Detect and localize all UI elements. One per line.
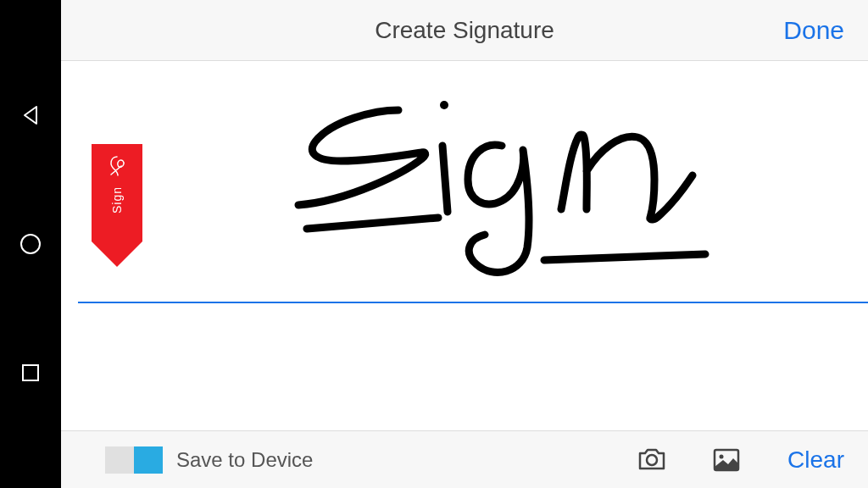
home-button[interactable] xyxy=(17,230,44,258)
save-to-device-toggle[interactable]: Save to Device xyxy=(105,446,313,474)
adobe-icon xyxy=(104,154,130,180)
svg-point-2 xyxy=(440,101,448,109)
clear-button[interactable]: Clear xyxy=(787,446,844,474)
footer-bar: Save to Device Clear xyxy=(61,430,868,488)
svg-point-5 xyxy=(720,454,724,458)
back-button[interactable] xyxy=(17,102,44,129)
signature-baseline xyxy=(78,302,868,303)
marker-label: Sign xyxy=(110,186,124,214)
signature-marker[interactable]: Sign xyxy=(92,144,142,267)
svg-point-3 xyxy=(647,455,657,465)
svg-rect-1 xyxy=(23,365,38,380)
recent-apps-button[interactable] xyxy=(17,359,44,386)
header-bar: Create Signature Done xyxy=(61,0,868,61)
camera-button[interactable] xyxy=(633,441,670,479)
toggle-switch[interactable] xyxy=(105,446,163,474)
android-nav-bar xyxy=(0,0,61,488)
signature-canvas[interactable]: Sign xyxy=(61,61,868,430)
svg-point-0 xyxy=(21,235,40,253)
page-title: Create Signature xyxy=(375,17,554,44)
app-content: Create Signature Done Sign xyxy=(61,0,868,488)
done-button[interactable]: Done xyxy=(783,16,844,45)
handwritten-signature xyxy=(214,69,739,290)
gallery-button[interactable] xyxy=(708,441,745,479)
toggle-label: Save to Device xyxy=(176,448,313,472)
